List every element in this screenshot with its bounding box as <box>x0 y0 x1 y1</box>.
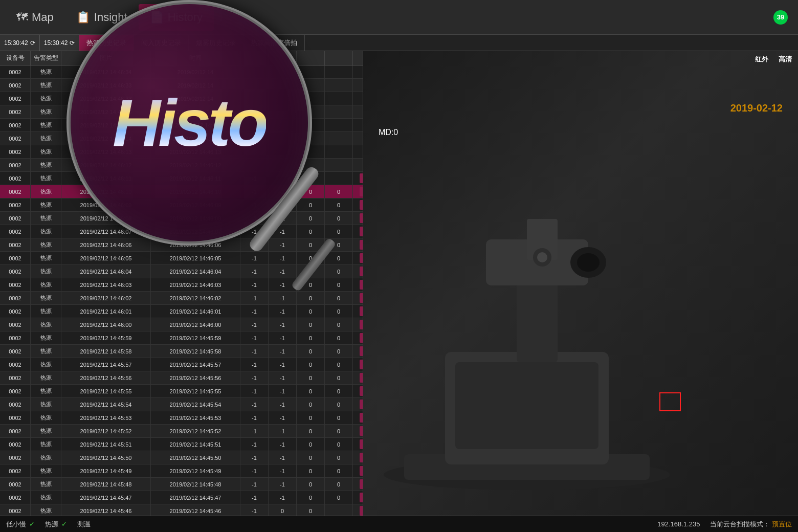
table-row[interactable]: 0002热源2019/02/12 14:45:492019/02/12 14:4… <box>0 464 363 478</box>
table-row[interactable]: 0002热源2019/02/12 14:46:142019/02/12 14:4… <box>0 132 363 145</box>
delete-button[interactable]: 删除 <box>360 426 363 436</box>
cell-action[interactable]: 删除 <box>353 238 363 251</box>
delete-button[interactable]: 删除 <box>360 187 363 196</box>
table-row[interactable]: 0002热源2019/02/12 14:46:032019/02/12 14:4… <box>0 278 363 292</box>
table-row[interactable]: 0002热源2019/02/12 14:45:572019/02/12 14:4… <box>0 358 363 371</box>
cell-action[interactable]: 删除 <box>353 292 363 304</box>
tab-smoke-history[interactable]: 烟雾历史记录 <box>189 35 243 51</box>
delete-button[interactable]: 删除 <box>360 267 363 276</box>
table-row[interactable]: 0002热源2019/02/12 14:46:112019/02/12 14:4… <box>0 172 363 185</box>
table-row[interactable]: 0002热源2019/02/12 14:45:532019/02/12 14:4… <box>0 411 363 425</box>
delete-button[interactable]: 删除 <box>360 466 363 476</box>
table-row[interactable]: 0002热源2019/02/12 14:45:552019/02/12 14:4… <box>0 385 363 398</box>
delete-button[interactable]: 删除 <box>360 346 363 356</box>
cell-action[interactable]: 删除 <box>353 278 363 291</box>
cell-action[interactable] <box>353 65 363 78</box>
cell-action[interactable] <box>353 145 363 158</box>
table-row[interactable]: 0002热源2019/02/12 14:46:022019/02/12 14:4… <box>0 292 363 305</box>
cell-action[interactable]: 删除 <box>353 491 363 504</box>
delete-button[interactable]: 删除 <box>360 240 363 250</box>
hd-button[interactable]: 高清 <box>774 53 796 65</box>
delete-button[interactable]: 删除 <box>360 373 363 383</box>
cell-action[interactable]: 删除 <box>353 265 363 278</box>
cell-action[interactable]: 删除 <box>353 225 363 238</box>
delete-button[interactable]: 删除 <box>360 213 363 223</box>
delete-button[interactable]: 删除 <box>360 453 363 462</box>
time-control[interactable]: 15:30:42 ⟳ <box>0 35 40 51</box>
cell-action[interactable]: 删除 <box>353 371 363 384</box>
delete-button[interactable]: 删除 <box>360 493 363 502</box>
table-row[interactable]: 0002热源2019/02/12 14:45:542019/02/12 14:4… <box>0 398 363 411</box>
cell-action[interactable]: 删除 <box>353 464 363 477</box>
delete-button[interactable]: 删除 <box>360 280 363 290</box>
time-spinner[interactable]: ⟳ <box>30 39 35 47</box>
table-row[interactable]: 0002热源2019/02/12 14:45:462019/02/12 14:4… <box>0 504 363 516</box>
table-row[interactable]: 0002热源2019/02/12 14:46:102019/02/12 14:4… <box>0 185 363 198</box>
cell-action[interactable]: 删除 <box>353 385 363 397</box>
cell-action[interactable]: 删除 <box>353 305 363 318</box>
table-row[interactable]: 0002热源2019/02/12 14:46:012019/02/12 14:4… <box>0 305 363 318</box>
delete-button[interactable]: 删除 <box>360 479 363 489</box>
delete-button[interactable]: 删除 <box>360 439 363 449</box>
table-row[interactable]: 0002热源2019/02/12 14:46:042019/02/12 14:4… <box>0 265 363 278</box>
cell-action[interactable]: 删除 <box>353 411 363 424</box>
table-row[interactable]: 0002热源2019/02/12 14:46:072019/02/12 14:4… <box>0 225 363 238</box>
delete-button[interactable]: 删除 <box>360 173 363 183</box>
cell-action[interactable]: 删除 <box>353 331 363 344</box>
table-row[interactable]: 0002热源2019/02/12 14:45:512019/02/12 14:4… <box>0 438 363 451</box>
delete-button[interactable]: 删除 <box>360 506 363 516</box>
table-row[interactable]: 0002热源2019/02/12 14:46:062019/02/12 14:4… <box>0 238 363 252</box>
table-row[interactable]: 0002热源2019/02/12 14:45:522019/02/12 14:4… <box>0 425 363 438</box>
table-row[interactable]: 0002热源2019/02/12 14:46:332019/02/12 14 <box>0 92 363 105</box>
table-row[interactable]: 0002热源2019/02/12 14:45:482019/02/12 14:4… <box>0 478 363 491</box>
table-row[interactable]: 0002热源2019/02/12 14:46:122019/02/12 14:4… <box>0 159 363 172</box>
cell-action[interactable]: 删除 <box>353 438 363 451</box>
table-row[interactable]: 0002热源2019/02/12 14:45:562019/02/12 14:4… <box>0 371 363 385</box>
delete-button[interactable]: 删除 <box>360 320 363 329</box>
cell-action[interactable]: 删除 <box>353 198 363 211</box>
cell-action[interactable]: 删除 <box>353 478 363 491</box>
cell-action[interactable]: 删除 <box>353 172 363 185</box>
cell-action[interactable] <box>353 79 363 92</box>
cell-action[interactable]: 删除 <box>353 252 363 264</box>
table-row[interactable]: 0002热源2019/02/12 14:46:092019/02/12 14:4… <box>0 198 363 212</box>
tab-heat-hd[interactable]: 热源高清变倍拍 <box>243 35 305 51</box>
cell-action[interactable]: 删除 <box>353 398 363 411</box>
delete-button[interactable]: 删除 <box>360 333 363 343</box>
delete-button[interactable]: 删除 <box>360 200 363 210</box>
cell-action[interactable] <box>353 159 363 171</box>
cell-action[interactable] <box>353 105 363 118</box>
cell-action[interactable]: 删除 <box>353 345 363 358</box>
table-row[interactable]: 0002热源2019/02/12 14:46:152019/02/12 14:4 <box>0 119 363 132</box>
delete-button[interactable]: 删除 <box>360 413 363 423</box>
tab-heat-history[interactable]: 热源历史记录 <box>79 35 134 51</box>
nav-insight[interactable]: 📋 Insight <box>65 4 139 31</box>
cell-action[interactable]: 删除 <box>353 318 363 331</box>
table-row[interactable]: 0002热源2019/02/12 14:46:082019/02/12 14:4… <box>0 212 363 225</box>
table-row[interactable]: 0002热源2019/02/12 14:46:342019/02/12 14 <box>0 65 363 79</box>
nav-history[interactable]: 📄 History <box>139 4 214 31</box>
delete-button[interactable]: 删除 <box>360 306 363 316</box>
table-row[interactable]: 0002热源2019/02/12 14:45:502019/02/12 14:4… <box>0 451 363 464</box>
cell-action[interactable]: 删除 <box>353 504 363 516</box>
time-control-2[interactable]: 15:30:42 ⟳ <box>40 35 80 51</box>
cell-action[interactable] <box>353 119 363 131</box>
table-row[interactable]: 0002热源2019/02/12 14:46:332019/02/12 14 <box>0 79 363 92</box>
delete-button[interactable]: 删除 <box>360 227 363 236</box>
delete-button[interactable]: 删除 <box>360 360 363 369</box>
table-row[interactable]: 0002热源2019/02/12 14:45:592019/02/12 14:4… <box>0 331 363 345</box>
ir-button[interactable]: 红外 <box>751 53 772 65</box>
table-row[interactable]: 0002热源2019/02/12 14:45:472019/02/12 14:4… <box>0 491 363 504</box>
time-spinner-2[interactable]: ⟳ <box>70 39 75 47</box>
delete-button[interactable]: 删除 <box>360 293 363 303</box>
cell-action[interactable]: 删除 <box>353 185 363 198</box>
cell-action[interactable]: 删除 <box>353 212 363 225</box>
table-row[interactable]: 0002热源2019/02/12 14:46:052019/02/12 14:4… <box>0 252 363 265</box>
delete-button[interactable]: 删除 <box>360 253 363 263</box>
tab-intrusion-history[interactable]: 闯入历史记录 <box>134 35 189 51</box>
cell-action[interactable]: 删除 <box>353 451 363 464</box>
cell-action[interactable]: 删除 <box>353 425 363 437</box>
delete-button[interactable]: 删除 <box>360 400 363 409</box>
nav-map[interactable]: 🗺 Map <box>5 4 65 31</box>
table-row[interactable]: 0002热源2019/02/12 14:46:132019/02/12 14:4… <box>0 145 363 159</box>
